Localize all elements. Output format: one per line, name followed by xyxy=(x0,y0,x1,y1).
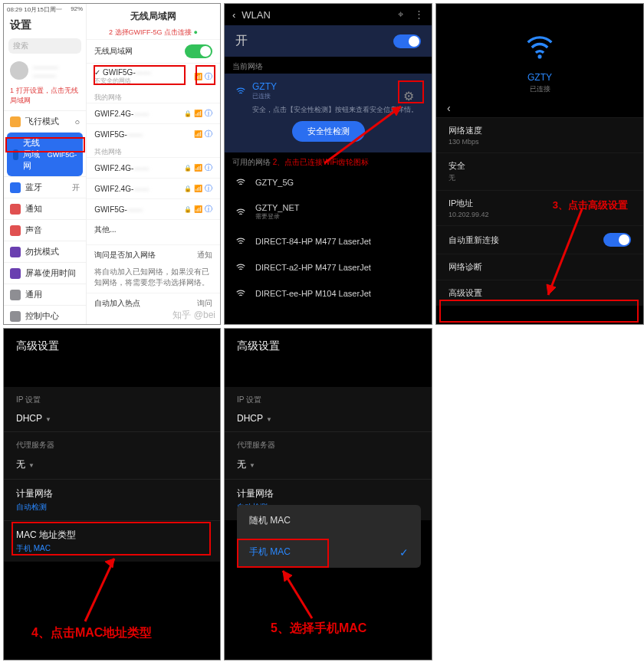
sidebar-item-bluetooth[interactable]: 蓝牙 开 xyxy=(4,176,86,198)
wlan-toggle[interactable] xyxy=(393,34,421,48)
status-bar: 08:29 10月15日周一 92% xyxy=(4,4,86,15)
screenshot-1-ios-settings: 08:29 10月15日周一 92% 设置 搜索 ——— ——— 1 打开设置，… xyxy=(3,3,221,325)
user-profile-row[interactable]: ——— ——— xyxy=(4,57,86,84)
ip-settings-dropdown[interactable]: DHCP xyxy=(225,408,432,431)
wifi-lock-icon xyxy=(235,288,246,299)
row-auto-reconnect[interactable]: 自动重新连接 xyxy=(436,225,643,254)
wifi-lock-icon xyxy=(235,262,246,273)
available-networks-list: GZTY_5G GZTY_NET需要登录 DIRECT-84-HP M477 L… xyxy=(225,169,432,306)
status-battery: 92% xyxy=(71,5,83,14)
network-row[interactable]: GZTY_5G xyxy=(225,169,432,195)
current-network-label: 当前网络 xyxy=(225,57,432,74)
row-diagnose[interactable]: 网络诊断 xyxy=(436,254,643,280)
wlan-switch-row[interactable]: 开 xyxy=(225,25,432,57)
ask-join-row[interactable]: 询问是否加入网络通知 xyxy=(87,244,220,265)
network-row[interactable]: GWIF2.4G-—— ⓘ xyxy=(87,157,220,178)
network-row[interactable]: DIRECT-a2-HP M477 LaserJet xyxy=(225,254,432,280)
row-speed[interactable]: 网络速度130 Mbps xyxy=(436,117,643,152)
mac-type-popup: 随机 MAC 手机 MAC xyxy=(237,505,421,568)
proxy-dropdown[interactable]: 无 xyxy=(4,454,220,479)
sidebar-item-general[interactable]: 通用 xyxy=(4,283,86,305)
user-sub: ——— xyxy=(33,71,58,80)
svg-line-5 xyxy=(85,559,114,621)
hourglass-icon xyxy=(10,268,21,279)
connected-label: 已连接 xyxy=(436,84,643,94)
auto-reconnect-toggle[interactable] xyxy=(603,233,631,247)
svg-line-7 xyxy=(283,571,312,618)
back-icon[interactable]: ‹ xyxy=(436,102,643,117)
arrow-to-mac xyxy=(80,555,127,624)
available-networks-label: 可用的网络 2、点击已连接WiFi齿轮图标 xyxy=(225,152,432,169)
signal-icon xyxy=(194,205,202,213)
connected-status: 已连接 xyxy=(252,92,277,100)
network-row[interactable]: GZTY_NET需要登录 xyxy=(225,195,432,228)
watermark: 知乎 @bei xyxy=(172,309,215,322)
switch-icon xyxy=(10,311,21,322)
signal-icon xyxy=(194,109,202,117)
signal-icon xyxy=(194,72,202,80)
option-phone-mac[interactable]: 手机 MAC xyxy=(237,536,421,568)
wlan-master-toggle[interactable]: 无线局域网 xyxy=(87,39,220,63)
proxy-dropdown[interactable]: 无 xyxy=(225,454,432,479)
security-check-button[interactable]: 安全性检测 xyxy=(292,121,365,142)
signal-icon xyxy=(194,163,202,172)
network-header: GZTY 已连接 xyxy=(436,4,643,102)
annotation-step5: 5、选择手机MAC xyxy=(271,621,366,637)
annotation-step2: 2、点击已连接WiFi齿轮图标 xyxy=(273,158,370,166)
network-row[interactable]: GWIF5G-—— ⓘ xyxy=(87,198,220,219)
sound-icon xyxy=(10,225,21,236)
gear-icon[interactable]: ⚙ xyxy=(399,87,418,105)
settings-sidebar: 08:29 10月15日周一 92% 设置 搜索 ——— ——— 1 打开设置，… xyxy=(4,4,86,324)
scan-icon[interactable]: ⌖ xyxy=(398,8,403,21)
sidebar-item-controlcenter[interactable]: 控制中心 xyxy=(4,305,86,325)
network-row[interactable]: GWIF5G-—— ⓘ xyxy=(87,123,220,144)
network-row[interactable]: GWIF2.4G-—— ⓘ xyxy=(87,103,220,123)
connected-network-row[interactable]: ✓ GWIF5G-—— 不安全的网络 ⓘ xyxy=(87,63,220,90)
signal-icon xyxy=(194,184,202,192)
info-icon[interactable]: ⓘ xyxy=(205,72,212,80)
network-ssid: GZTY xyxy=(436,72,643,83)
metered-row[interactable]: 计量网络 自动检测 xyxy=(4,480,220,520)
annotation-step4: 4、点击MAC地址类型 xyxy=(31,625,152,641)
wlan-detail-pane: 无线局域网 2 选择GWIFF-5G 点击连接 ● 无线局域网 ✓ GWIF5G… xyxy=(86,4,220,324)
svg-marker-8 xyxy=(283,571,292,582)
search-input[interactable]: 搜索 xyxy=(8,38,81,54)
more-icon[interactable]: ⋮ xyxy=(414,8,424,21)
moon-icon xyxy=(10,247,21,257)
sidebar-item-sound[interactable]: 声音 xyxy=(4,219,86,241)
row-advanced[interactable]: 高级设置 xyxy=(436,280,643,306)
network-row[interactable]: GWIF2.4G-—— ⓘ xyxy=(87,178,220,198)
wlan-title: WLAN xyxy=(242,9,271,21)
security-desc: 安全，点击【安全性检测】按钮来查看安全信息详情。 xyxy=(252,105,421,115)
sidebar-item-screentime[interactable]: 屏幕使用时间 xyxy=(4,262,86,283)
bell-icon xyxy=(10,204,21,215)
ip-settings-dropdown[interactable]: DHCP xyxy=(4,408,220,431)
airplane-toggle[interactable]: ○ xyxy=(75,117,80,126)
sidebar-item-wlan[interactable]: 无线局域网 GWIF5G- xyxy=(7,132,83,176)
wlan-title: 无线局域网 xyxy=(87,4,220,26)
option-random-mac[interactable]: 随机 MAC xyxy=(237,505,421,536)
wifi-icon xyxy=(235,86,246,97)
bluetooth-icon xyxy=(10,182,21,193)
wifi-icon xyxy=(235,177,246,188)
row-security[interactable]: 安全无 xyxy=(436,152,643,190)
sidebar-item-dnd[interactable]: 勿扰模式 xyxy=(4,241,86,262)
screenshot-5-mac-popup: 高级设置 IP 设置 DHCP 代理服务器 无 计量网络 自动检测 随机 MAC… xyxy=(224,328,432,660)
current-network-card[interactable]: GZTY 已连接 安全，点击【安全性检测】按钮来查看安全信息详情。 安全性检测 xyxy=(225,74,432,152)
signal-icon xyxy=(194,129,202,138)
gear-icon xyxy=(10,290,21,300)
empty-cell xyxy=(435,328,644,660)
sidebar-item-airplane[interactable]: 飞行模式 ○ xyxy=(4,110,86,132)
other-networks-label: 其他网络 xyxy=(87,144,220,157)
network-row[interactable]: DIRECT-84-HP M477 LaserJet xyxy=(225,228,432,254)
annotation-step1: 1 打开设置，点击无线局域网 xyxy=(4,84,86,110)
status-time: 08:29 10月15日周一 xyxy=(7,5,62,14)
wlan-toggle[interactable] xyxy=(185,44,212,58)
back-icon[interactable]: ‹ xyxy=(232,9,235,21)
my-networks-label: 我的网络 xyxy=(87,90,220,103)
proxy-label: 代理服务器 xyxy=(4,432,220,454)
mac-type-row[interactable]: MAC 地址类型 手机 MAC xyxy=(4,521,220,562)
other-network-row[interactable]: 其他... xyxy=(87,219,220,240)
sidebar-item-notifications[interactable]: 通知 xyxy=(4,198,86,219)
network-row[interactable]: DIRECT-ee-HP M104 LaserJet xyxy=(225,280,432,306)
